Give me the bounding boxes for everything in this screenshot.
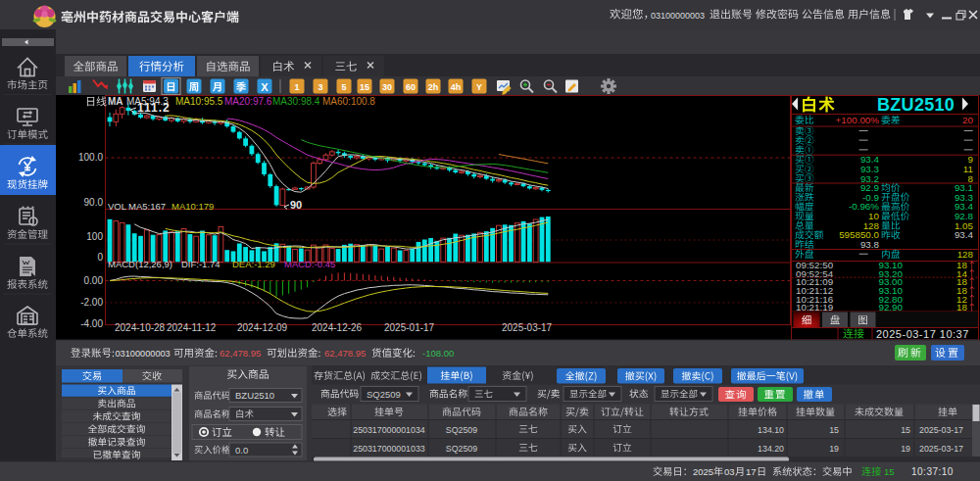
- svg-text:10:37:10: 10:37:10: [911, 466, 954, 477]
- svg-text:15: 15: [901, 425, 910, 435]
- svg-text:2024-12-26: 2024-12-26: [312, 322, 363, 333]
- svg-text:2024-10-28: 2024-10-28: [115, 322, 166, 333]
- svg-text:MA30:98.4: MA30:98.4: [272, 96, 320, 107]
- svg-text:SQ2509: SQ2509: [367, 389, 401, 400]
- svg-text:MACD:-0.45: MACD:-0.45: [284, 259, 335, 269]
- svg-text:2024-11-12: 2024-11-12: [167, 322, 217, 333]
- svg-text:90.0: 90.0: [84, 197, 104, 208]
- svg-text:17: 17: [746, 466, 757, 477]
- svg-text:MACD(12,26,9): MACD(12,26,9): [108, 259, 172, 269]
- svg-text:SQ2509: SQ2509: [446, 444, 477, 454]
- svg-text:2025-03-17: 2025-03-17: [919, 444, 963, 454]
- svg-text:BZU2510: BZU2510: [235, 390, 274, 401]
- svg-text:19: 19: [901, 444, 910, 454]
- svg-text:134.10: 134.10: [758, 425, 784, 435]
- svg-text:2025-03-17 10:37: 2025-03-17 10:37: [876, 328, 969, 340]
- svg-text:0.00: 0.00: [84, 275, 104, 286]
- svg-text:1: 1: [294, 82, 299, 92]
- svg-text:4h: 4h: [451, 82, 462, 92]
- svg-text:DEA:-1.29: DEA:-1.29: [232, 259, 275, 269]
- svg-text:62,478.95: 62,478.95: [220, 348, 261, 359]
- svg-text:Y: Y: [476, 82, 482, 92]
- svg-text:15: 15: [884, 466, 895, 477]
- svg-text:DIF:-1.74: DIF:-1.74: [181, 259, 220, 269]
- svg-text:SQ2509: SQ2509: [446, 425, 477, 435]
- svg-text:MA20:97.6: MA20:97.6: [224, 96, 272, 107]
- svg-text:5: 5: [341, 82, 346, 92]
- svg-text:18: 18: [956, 302, 967, 313]
- svg-text:250317000001033: 250317000001033: [353, 444, 424, 454]
- svg-text:+100.00%: +100.00%: [836, 115, 880, 125]
- svg-text:0.0: 0.0: [235, 445, 248, 456]
- svg-text:MA: MA: [108, 96, 123, 107]
- svg-text:VOL: VOL: [108, 201, 126, 212]
- svg-text:15: 15: [829, 425, 839, 435]
- svg-text:20: 20: [962, 115, 973, 125]
- svg-text:2024-12-09: 2024-12-09: [237, 322, 288, 333]
- svg-text:0: 0: [97, 252, 103, 263]
- svg-text:X: X: [261, 81, 269, 93]
- svg-text:30: 30: [382, 82, 392, 92]
- svg-text:MA10:179: MA10:179: [172, 201, 214, 212]
- svg-text:134.20: 134.20: [758, 444, 784, 454]
- svg-text:2025-01-17: 2025-01-17: [384, 322, 435, 333]
- svg-text:2025-03-17: 2025-03-17: [919, 425, 963, 435]
- svg-text:90: 90: [290, 199, 302, 211]
- svg-text:250317000001034: 250317000001034: [353, 425, 424, 435]
- svg-text:100.0: 100.0: [78, 152, 103, 163]
- svg-text:19: 19: [829, 444, 839, 454]
- svg-text:93.8: 93.8: [860, 239, 880, 250]
- svg-text:MA60:100.8: MA60:100.8: [322, 96, 375, 107]
- svg-text:62,478.95: 62,478.95: [324, 348, 366, 359]
- svg-text:3: 3: [318, 82, 322, 92]
- svg-text:2025-03-17: 2025-03-17: [502, 322, 553, 333]
- svg-text:-2.00: -2.00: [80, 297, 103, 308]
- svg-text:BZU2510: BZU2510: [877, 95, 955, 115]
- svg-text:MA10:95.5: MA10:95.5: [175, 96, 223, 107]
- svg-text:128: 128: [957, 249, 974, 260]
- svg-text:MA5:167: MA5:167: [128, 201, 166, 212]
- svg-text:15: 15: [360, 82, 369, 92]
- svg-text:-4.00: -4.00: [80, 318, 103, 329]
- svg-text:-108.00: -108.00: [422, 348, 454, 359]
- svg-text:93.4: 93.4: [955, 229, 974, 240]
- svg-text:60: 60: [406, 82, 416, 92]
- svg-text:92.90: 92.90: [878, 302, 903, 313]
- svg-text:100: 100: [86, 231, 103, 242]
- svg-text:03100000003: 03100000003: [116, 349, 171, 359]
- svg-text:2025: 2025: [693, 466, 713, 477]
- svg-text:03: 03: [724, 466, 735, 477]
- svg-text:2h: 2h: [428, 82, 439, 92]
- svg-text:03100000003: 03100000003: [651, 11, 705, 21]
- svg-text:10:21:19: 10:21:19: [796, 302, 833, 313]
- svg-text:111.2: 111.2: [137, 101, 171, 115]
